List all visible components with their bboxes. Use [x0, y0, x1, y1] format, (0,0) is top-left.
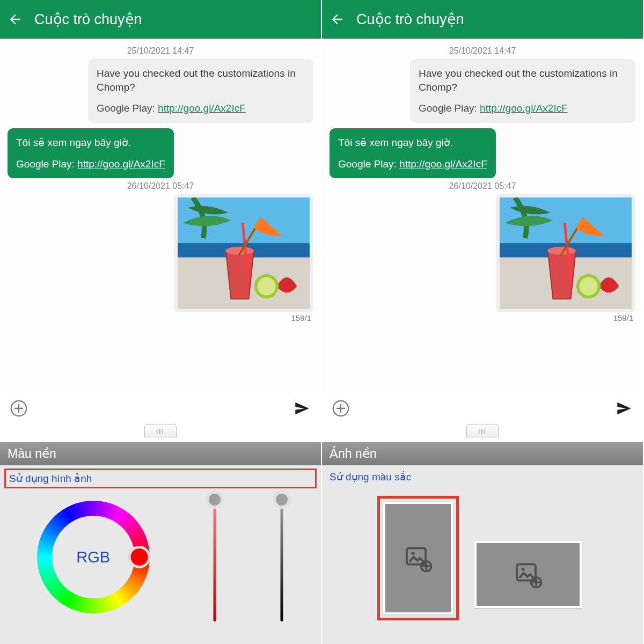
message-text: Have you checked out the customizations … — [97, 67, 305, 94]
char-counter: 159/1 — [330, 313, 635, 323]
background-color-panel: Màu nền Sử dụng hình ảnh RGB — [0, 442, 321, 644]
send-icon[interactable] — [293, 399, 311, 418]
message-link[interactable]: http://goo.gl/Ax2IcF — [480, 103, 568, 114]
timestamp: 25/10/2021 14:47 — [8, 46, 313, 56]
compose-bar — [322, 393, 643, 424]
slider-thumb[interactable] — [273, 491, 291, 509]
message-text: Tôi sẽ xem ngay bây giờ. — [338, 136, 487, 150]
app-header: Cuộc trò chuyện — [0, 0, 321, 39]
chat-area: 25/10/2021 14:47 Have you checked out th… — [322, 39, 643, 393]
color-wheel[interactable]: RGB — [37, 501, 150, 613]
drawer-handle[interactable]: III — [466, 424, 499, 438]
add-image-icon — [513, 559, 543, 589]
incoming-message[interactable]: Have you checked out the customizations … — [410, 59, 635, 123]
timestamp: 25/10/2021 14:47 — [330, 46, 635, 56]
use-color-link[interactable]: Sử dụng màu sắc — [322, 465, 643, 488]
send-icon[interactable] — [615, 399, 633, 418]
header-title: Cuộc trò chuyện — [356, 11, 464, 28]
beach-photo — [499, 197, 632, 309]
outgoing-message[interactable]: Tôi sẽ xem ngay bây giờ. Google Play: ht… — [8, 128, 174, 178]
use-image-link[interactable]: Sử dụng hình ảnh — [4, 469, 317, 488]
timestamp: 26/10/2021 05:47 — [8, 181, 313, 191]
google-play-label: Google Play: — [16, 158, 77, 170]
panel-title: Ảnh nền — [322, 442, 643, 465]
saturation-slider[interactable] — [213, 493, 217, 621]
slider-thumb[interactable] — [206, 491, 224, 509]
brightness-slider[interactable] — [280, 493, 284, 621]
back-icon[interactable] — [330, 12, 345, 27]
beach-photo — [177, 197, 310, 309]
attach-icon[interactable] — [10, 399, 28, 418]
app-header: Cuộc trò chuyện — [322, 0, 643, 39]
message-link[interactable]: http://goo.gl/Ax2IcF — [158, 103, 246, 114]
landscape-image-slot[interactable] — [474, 541, 582, 608]
back-icon[interactable] — [8, 12, 23, 27]
screenshot-right: Cuộc trò chuyện 25/10/2021 14:47 Have yo… — [322, 0, 644, 644]
timestamp: 26/10/2021 05:47 — [330, 181, 635, 191]
chat-area: 25/10/2021 14:47 Have you checked out th… — [0, 39, 321, 393]
google-play-label: Google Play: — [97, 103, 158, 114]
message-link[interactable]: http://goo.gl/Ax2IcF — [77, 158, 165, 170]
screenshot-left: Cuộc trò chuyện 25/10/2021 14:47 Have yo… — [0, 0, 322, 644]
google-play-label: Google Play: — [419, 103, 480, 114]
message-link[interactable]: http://goo.gl/Ax2IcF — [399, 158, 487, 170]
image-message[interactable] — [496, 194, 635, 312]
hue-knob[interactable] — [128, 546, 150, 568]
header-title: Cuộc trò chuyện — [34, 11, 142, 28]
add-image-icon — [403, 543, 433, 573]
portrait-image-slot[interactable] — [383, 502, 453, 614]
outgoing-message[interactable]: Tôi sẽ xem ngay bây giờ. Google Play: ht… — [330, 128, 496, 178]
panel-title: Màu nền — [0, 442, 321, 465]
image-message[interactable] — [174, 194, 313, 312]
google-play-label: Google Play: — [338, 158, 399, 170]
incoming-message[interactable]: Have you checked out the customizations … — [88, 59, 313, 123]
compose-bar — [0, 393, 321, 424]
message-text: Have you checked out the customizations … — [419, 67, 627, 94]
char-counter: 159/1 — [8, 313, 313, 323]
message-text: Tôi sẽ xem ngay bây giờ. — [16, 136, 165, 150]
background-image-panel: Ảnh nền Sử dụng màu sắc — [322, 442, 643, 644]
drawer-handle[interactable]: III — [144, 424, 177, 438]
attach-icon[interactable] — [332, 399, 350, 418]
